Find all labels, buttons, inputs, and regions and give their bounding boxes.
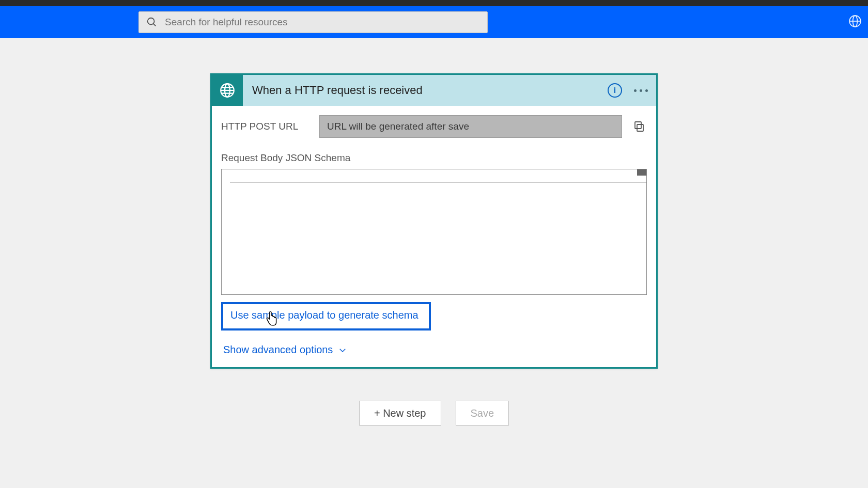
trigger-card: When a HTTP request is received i HTTP P… xyxy=(210,73,658,369)
action-row: + New step Save xyxy=(359,401,509,426)
new-step-button[interactable]: + New step xyxy=(359,401,441,426)
use-sample-payload-link[interactable]: Use sample payload to generate schema xyxy=(230,309,419,321)
advanced-options-label: Show advanced options xyxy=(223,344,333,356)
show-advanced-options-link[interactable]: Show advanced options xyxy=(221,341,647,356)
save-button[interactable]: Save xyxy=(456,401,509,426)
url-row: HTTP POST URL URL will be generated afte… xyxy=(221,115,647,138)
svg-rect-10 xyxy=(637,124,643,131)
schema-textarea[interactable] xyxy=(221,169,647,295)
search-icon xyxy=(146,17,158,28)
sample-payload-highlight: Use sample payload to generate schema xyxy=(221,302,431,330)
schema-label: Request Body JSON Schema xyxy=(221,152,647,164)
app-header xyxy=(0,6,868,38)
schema-first-line xyxy=(230,171,646,183)
trigger-card-header[interactable]: When a HTTP request is received i xyxy=(212,75,656,106)
search-box[interactable] xyxy=(138,11,488,33)
chevron-down-icon xyxy=(338,345,347,355)
url-value-box: URL will be generated after save xyxy=(319,115,622,138)
copy-icon xyxy=(633,120,645,133)
more-menu-button[interactable] xyxy=(630,80,651,101)
window-top-strip xyxy=(0,0,868,6)
info-icon: i xyxy=(608,83,622,98)
globe-icon[interactable] xyxy=(848,14,862,30)
schema-scrollbar[interactable] xyxy=(637,169,646,176)
trigger-title: When a HTTP request is received xyxy=(243,84,605,97)
trigger-card-body: HTTP POST URL URL will be generated afte… xyxy=(212,106,656,367)
http-trigger-icon xyxy=(212,75,243,106)
copy-url-button[interactable] xyxy=(631,119,647,134)
svg-rect-11 xyxy=(635,122,641,129)
url-label: HTTP POST URL xyxy=(221,121,310,132)
svg-point-0 xyxy=(148,18,154,25)
designer-canvas: When a HTTP request is received i HTTP P… xyxy=(0,38,868,426)
info-button[interactable]: i xyxy=(605,80,625,101)
svg-line-1 xyxy=(153,24,156,26)
search-input[interactable] xyxy=(165,17,480,28)
